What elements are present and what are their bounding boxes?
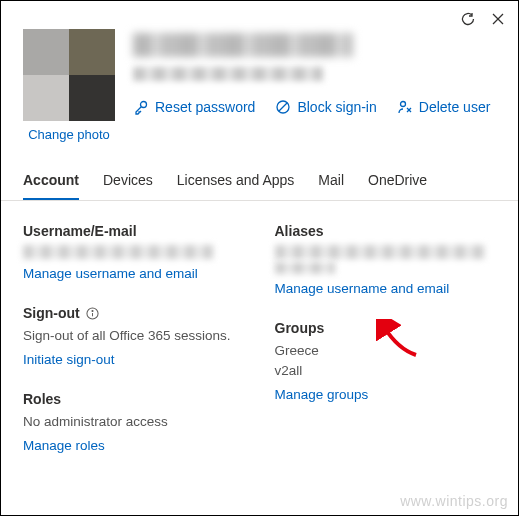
aliases-title: Aliases — [275, 223, 497, 239]
section-groups: Groups Greece v2all Manage groups — [275, 320, 497, 402]
reset-password-label: Reset password — [155, 99, 255, 115]
manage-username-link[interactable]: Manage username and email — [23, 266, 198, 281]
tab-devices[interactable]: Devices — [103, 172, 153, 200]
alias-value-redacted-2 — [275, 262, 335, 274]
refresh-icon[interactable] — [460, 11, 476, 27]
group-item-2: v2all — [275, 362, 497, 380]
manage-groups-link[interactable]: Manage groups — [275, 387, 369, 402]
signout-title: Sign-out — [23, 305, 80, 321]
block-icon — [275, 99, 291, 115]
close-icon[interactable] — [490, 11, 506, 27]
groups-title: Groups — [275, 320, 497, 336]
reset-password-button[interactable]: Reset password — [133, 99, 255, 115]
tab-account[interactable]: Account — [23, 172, 79, 200]
roles-title: Roles — [23, 391, 245, 407]
avatar — [23, 29, 115, 121]
svg-line-4 — [279, 103, 287, 111]
svg-point-5 — [400, 102, 405, 107]
group-item-1: Greece — [275, 342, 497, 360]
user-header: Change photo Reset password Block sign-i… — [1, 1, 518, 150]
svg-point-2 — [141, 102, 147, 108]
change-photo-link[interactable]: Change photo — [28, 127, 110, 142]
username-title: Username/E-mail — [23, 223, 245, 239]
manage-aliases-link[interactable]: Manage username and email — [275, 281, 450, 296]
section-aliases: Aliases Manage username and email — [275, 223, 497, 296]
user-name-redacted — [133, 33, 353, 57]
info-icon[interactable] — [86, 307, 99, 320]
tab-onedrive[interactable]: OneDrive — [368, 172, 427, 200]
delete-user-icon — [397, 99, 413, 115]
alias-value-redacted — [275, 245, 485, 259]
block-signin-button[interactable]: Block sign-in — [275, 99, 376, 115]
section-username: Username/E-mail Manage username and emai… — [23, 223, 245, 281]
roles-text: No administrator access — [23, 413, 245, 431]
tab-licenses[interactable]: Licenses and Apps — [177, 172, 295, 200]
section-roles: Roles No administrator access Manage rol… — [23, 391, 245, 453]
tab-mail[interactable]: Mail — [318, 172, 344, 200]
watermark: www.wintips.org — [400, 493, 508, 509]
manage-roles-link[interactable]: Manage roles — [23, 438, 105, 453]
svg-point-10 — [92, 310, 93, 311]
delete-user-button[interactable]: Delete user — [397, 99, 491, 115]
section-signout: Sign-out Sign-out of all Office 365 sess… — [23, 305, 245, 367]
signout-text: Sign-out of all Office 365 sessions. — [23, 327, 245, 345]
key-icon — [133, 99, 149, 115]
initiate-signout-link[interactable]: Initiate sign-out — [23, 352, 115, 367]
delete-user-label: Delete user — [419, 99, 491, 115]
user-actions: Reset password Block sign-in Delete user — [133, 99, 496, 115]
tab-bar: Account Devices Licenses and Apps Mail O… — [1, 150, 518, 201]
block-signin-label: Block sign-in — [297, 99, 376, 115]
username-value-redacted — [23, 245, 213, 259]
user-email-redacted — [133, 67, 323, 81]
